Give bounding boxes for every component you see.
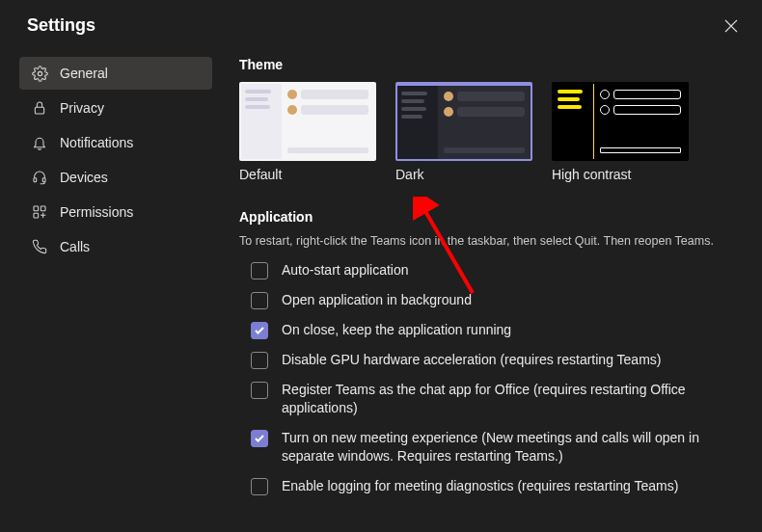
- checkbox-label: On close, keep the application running: [282, 321, 511, 339]
- checkbox-icon: [251, 382, 268, 399]
- application-options: Auto-start application Open application …: [239, 261, 745, 495]
- theme-high-contrast[interactable]: High contrast: [552, 82, 689, 182]
- theme-dark-thumb: [395, 82, 532, 161]
- sidebar-item-devices[interactable]: Devices: [19, 161, 212, 194]
- svg-rect-4: [34, 206, 39, 211]
- close-button[interactable]: [721, 16, 741, 36]
- sidebar-item-calls[interactable]: Calls: [19, 230, 212, 263]
- gear-icon: [31, 65, 48, 82]
- checkbox-label: Disable GPU hardware acceleration (requi…: [282, 351, 661, 369]
- sidebar-item-label: Calls: [60, 239, 90, 254]
- checkbox-open-background[interactable]: Open application in background: [251, 291, 745, 309]
- checkbox-label: Register Teams as the chat app for Offic…: [282, 381, 725, 417]
- svg-point-0: [38, 71, 41, 75]
- sidebar-item-permissions[interactable]: Permissions: [19, 196, 212, 228]
- lock-icon: [31, 99, 48, 117]
- application-description: To restart, right-click the Teams icon i…: [239, 234, 745, 248]
- theme-default-thumb: [239, 82, 376, 161]
- theme-label: High contrast: [552, 167, 689, 182]
- sidebar-item-privacy[interactable]: Privacy: [19, 92, 212, 124]
- checkbox-icon: [251, 322, 268, 339]
- theme-options: Default: [239, 82, 745, 182]
- main-panel: Theme: [212, 51, 762, 532]
- body: General Privacy Notifications Devices: [0, 40, 762, 532]
- sidebar-item-label: Devices: [60, 170, 108, 185]
- checkbox-label: Turn on new meeting experience (New meet…: [282, 429, 725, 466]
- checkbox-icon: [251, 292, 268, 309]
- close-icon: [724, 19, 738, 33]
- checkbox-register-office[interactable]: Register Teams as the chat app for Offic…: [251, 381, 745, 417]
- theme-label: Default: [239, 167, 376, 182]
- checkbox-label: Auto-start application: [282, 261, 409, 279]
- settings-window: Settings General Privacy: [0, 0, 762, 532]
- checkbox-icon: [251, 430, 268, 447]
- svg-rect-5: [41, 206, 45, 211]
- headset-icon: [31, 169, 48, 186]
- sidebar-item-label: General: [60, 66, 108, 81]
- application-heading: Application: [239, 209, 745, 225]
- checkbox-auto-start[interactable]: Auto-start application: [251, 261, 745, 279]
- theme-label: Dark: [395, 167, 532, 182]
- checkbox-icon: [251, 352, 268, 369]
- sidebar: General Privacy Notifications Devices: [19, 51, 212, 532]
- sidebar-item-label: Permissions: [60, 204, 133, 220]
- checkbox-disable-gpu[interactable]: Disable GPU hardware acceleration (requi…: [251, 351, 745, 369]
- checkbox-icon: [251, 262, 268, 279]
- page-title: Settings: [27, 15, 95, 36]
- checkbox-label: Enable logging for meeting diagnostics (…: [282, 477, 678, 495]
- sidebar-item-notifications[interactable]: Notifications: [19, 126, 212, 159]
- sidebar-item-label: Privacy: [60, 100, 104, 116]
- apps-icon: [31, 203, 48, 221]
- svg-rect-2: [34, 178, 37, 182]
- theme-default[interactable]: Default: [239, 82, 376, 182]
- sidebar-item-label: Notifications: [60, 135, 133, 150]
- checkbox-enable-logging[interactable]: Enable logging for meeting diagnostics (…: [251, 477, 745, 495]
- svg-rect-1: [35, 107, 43, 114]
- phone-icon: [31, 238, 48, 255]
- theme-dark[interactable]: Dark: [395, 82, 532, 182]
- application-section: Application To restart, right-click the …: [239, 209, 745, 495]
- titlebar: Settings: [0, 0, 762, 40]
- svg-rect-6: [34, 213, 39, 218]
- checkbox-label: Open application in background: [282, 291, 472, 309]
- svg-rect-3: [42, 178, 45, 182]
- checkbox-keep-running[interactable]: On close, keep the application running: [251, 321, 745, 339]
- bell-icon: [31, 134, 48, 151]
- checkbox-icon: [251, 478, 268, 495]
- theme-hc-thumb: [552, 82, 689, 161]
- theme-section: Theme: [239, 57, 745, 182]
- sidebar-item-general[interactable]: General: [19, 57, 212, 90]
- theme-heading: Theme: [239, 57, 745, 72]
- checkbox-new-meeting-experience[interactable]: Turn on new meeting experience (New meet…: [251, 429, 745, 466]
